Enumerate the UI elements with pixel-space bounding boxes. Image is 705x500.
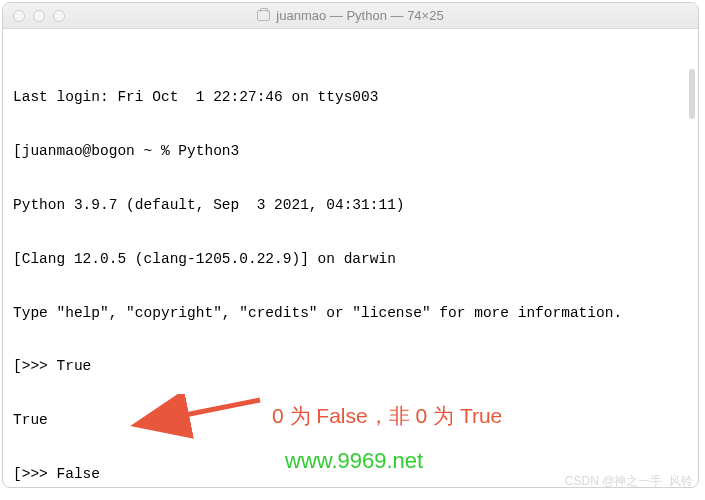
terminal-line: [juanmao@bogon ~ % Python3 xyxy=(13,143,688,161)
terminal-line: Last login: Fri Oct 1 22:27:46 on ttys00… xyxy=(13,89,688,107)
annotation-text: 0 为 False，非 0 为 True xyxy=(272,402,502,430)
watermark-website: www.9969.net xyxy=(285,448,423,474)
close-icon[interactable] xyxy=(13,10,25,22)
window-title: juanmao — Python — 74×25 xyxy=(276,8,443,23)
minimize-icon[interactable] xyxy=(33,10,45,22)
terminal-line: [Clang 12.0.5 (clang-1205.0.22.9)] on da… xyxy=(13,251,688,269)
folder-icon xyxy=(257,10,270,21)
watermark-csdn: CSDN @神之一手_风铃 xyxy=(565,473,693,490)
terminal-line: Python 3.9.7 (default, Sep 3 2021, 04:31… xyxy=(13,197,688,215)
scrollbar[interactable] xyxy=(689,69,695,119)
maximize-icon[interactable] xyxy=(53,10,65,22)
terminal-line: Type "help", "copyright", "credits" or "… xyxy=(13,305,688,323)
titlebar: juanmao — Python — 74×25 xyxy=(3,3,698,29)
terminal-line: [>>> True xyxy=(13,358,688,376)
traffic-lights xyxy=(13,10,65,22)
